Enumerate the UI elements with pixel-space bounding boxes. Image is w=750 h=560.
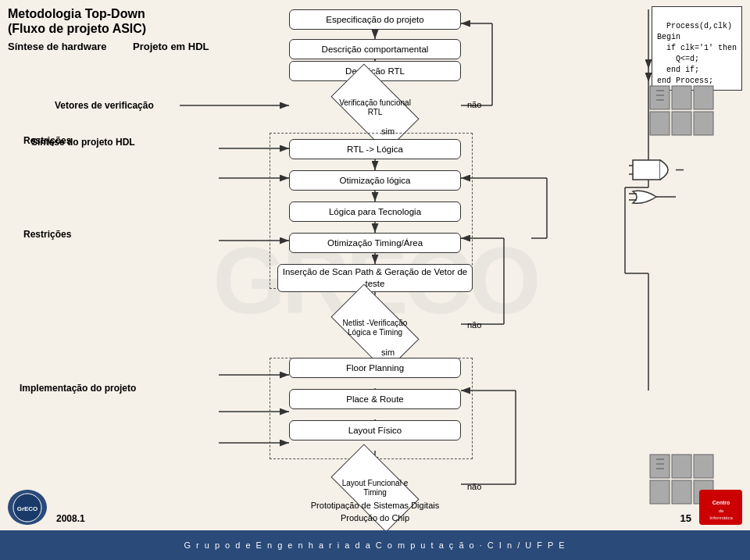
code-box: Process(d,clk) Begin if clk='1' then Q<=…	[652, 6, 742, 91]
code-content: Process(d,clk) Begin if clk='1' then Q<=…	[657, 22, 737, 85]
netlist-text: Netlist -Verificação Lógica e Timing	[337, 319, 413, 337]
svg-text:GrECO: GrECO	[17, 505, 38, 512]
chip-grid-icon	[648, 84, 719, 139]
svg-rect-42	[633, 160, 660, 180]
title-line2: (Fluxo de projeto ASIC)	[8, 21, 146, 36]
box-otimizacao-logica: Otimização lógica	[289, 170, 461, 191]
box-floor-planning: Floor Planning	[289, 358, 461, 378]
box-logica-tecnologia: Lógica para Tecnologia	[289, 202, 461, 222]
synthesis-label: Síntese de hardware	[8, 41, 146, 52]
box-otimizacao-timing: Otimização Timing/Área	[289, 233, 461, 253]
implementacao-label: Implementação do projeto	[20, 383, 136, 394]
greco-logo-svg: GrECO	[12, 492, 43, 523]
svg-rect-50	[694, 86, 713, 109]
restricoes1-label: Restrições	[23, 135, 71, 146]
svg-rect-61	[672, 480, 691, 504]
svg-rect-57	[650, 455, 670, 478]
box-descricao-comp: Descrição comportamental	[289, 39, 461, 59]
restricoes2-label: Restrições	[23, 229, 71, 240]
bottom-line1: Prototipação de Sistemas Digitais	[311, 500, 439, 512]
greco-logo: GrECO	[8, 490, 47, 525]
box-layout-fisico: Layout Físico	[289, 420, 461, 441]
svg-rect-51	[650, 112, 670, 135]
svg-text:de: de	[718, 508, 723, 513]
year-label: 2008.1	[56, 513, 85, 524]
bottom-line2: Produção do Chip	[311, 512, 439, 524]
svg-rect-52	[672, 112, 691, 135]
box-especificacao: Especificação do projeto	[289, 9, 461, 30]
box-place-route: Place & Route	[289, 389, 461, 409]
layout-funcional-text: Layout Funcional e Timing	[337, 479, 413, 498]
informatica-logo-svg: Centro de Informática	[702, 492, 741, 523]
nao1-label: não	[467, 100, 481, 109]
box-rtl-logica: RTL -> Lógica	[289, 139, 461, 159]
title-block: Metodologia Top-Down (Fluxo de projeto A…	[8, 6, 146, 52]
svg-text:Informática: Informática	[709, 515, 733, 520]
svg-text:Centro: Centro	[712, 500, 730, 505]
svg-rect-59	[694, 455, 713, 478]
svg-rect-58	[672, 455, 691, 478]
box-insercao: Inserção de Scan Path & Geração de Vetor…	[277, 264, 473, 292]
svg-rect-48	[650, 86, 670, 109]
logic-gates-icon	[629, 156, 707, 219]
bottom-bar-text: G r u p o d e E n g e n h a r i a d a C …	[184, 540, 566, 550]
svg-rect-49	[672, 86, 691, 109]
nao3-label: não	[467, 482, 481, 491]
svg-rect-60	[650, 480, 670, 504]
bottom-center-text: Prototipação de Sistemas Digitais Produç…	[311, 500, 439, 524]
sim2-label: sim	[381, 348, 395, 357]
vetores-label: Vetores de verificação	[55, 100, 154, 111]
bottom-bar: G r u p o d e E n g e n h a r i a d a C …	[0, 530, 750, 560]
svg-rect-53	[694, 112, 713, 135]
informatica-logo: Centro de Informática	[699, 490, 742, 525]
verificacao-text: Verificação funcional RTL	[337, 98, 413, 117]
nao2-label: não	[467, 320, 481, 330]
projeto-hdl-label: Projeto em HDL	[133, 41, 209, 52]
page-number: 15	[680, 512, 691, 524]
title-line1: Metodologia Top-Down	[8, 6, 146, 21]
